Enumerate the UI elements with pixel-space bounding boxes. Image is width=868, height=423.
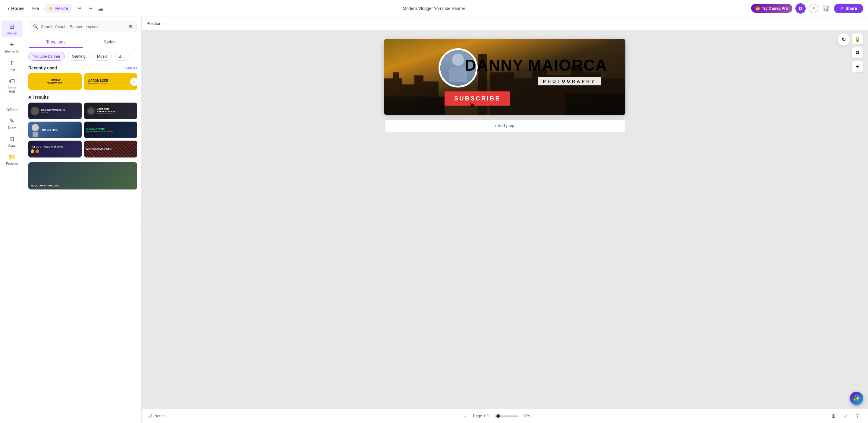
see-all-button[interactable]: See all xyxy=(125,66,137,70)
resize-button[interactable]: ⭐ Resize xyxy=(44,4,72,13)
notes-label: Notes xyxy=(154,414,164,418)
copy-button[interactable]: ⧉ xyxy=(852,47,863,59)
topbar: ‹ Home File ⭐ Resize ↩ ↪ ☁ Modern Vlogge… xyxy=(0,0,868,17)
notes-button[interactable]: 📝 Notes xyxy=(148,414,164,418)
tab-styles[interactable]: Styles xyxy=(83,36,137,48)
position-bar: Position xyxy=(142,17,868,30)
search-area: 🔍 ⚙ xyxy=(24,17,141,36)
tag-gaming[interactable]: Gaming xyxy=(67,52,90,61)
rotate-button[interactable]: ↻ xyxy=(837,33,850,46)
tag-music[interactable]: Music xyxy=(93,52,112,61)
notes-icon: 📝 xyxy=(148,414,153,418)
add-collaborator-button[interactable]: + xyxy=(809,4,818,13)
bottombar-center: ⌄ Page 1 / 1 27% xyxy=(460,412,533,421)
help-button[interactable]: ? xyxy=(853,412,862,421)
ai-sparkle-icon: ✨ xyxy=(853,395,861,402)
grid-view-button[interactable]: ⊞ xyxy=(829,412,838,421)
nav-label-text: Text xyxy=(9,68,15,72)
nav-label-elements: Elements xyxy=(5,50,19,53)
resize-label: Resize xyxy=(55,6,68,11)
recent-template-1[interactable]: LIFTINGTOGETHER xyxy=(28,73,82,90)
nav-item-brand[interactable]: 🏷 Brand Hub xyxy=(1,76,23,96)
tag-youtube-banner[interactable]: Youtube banner xyxy=(28,52,65,61)
bottombar-right: ⊞ ⤢ ? xyxy=(829,412,862,421)
template-card-7[interactable]: MOUNTAIN LANDSCAPE xyxy=(28,162,137,190)
recently-used-title: Recently used xyxy=(28,65,57,70)
nav-item-projects[interactable]: 📁 Projects xyxy=(1,151,23,168)
hide-panel-button[interactable]: ‹ xyxy=(138,214,142,226)
sidebar-tabs: Templates Styles xyxy=(24,36,141,48)
ai-assistant-button[interactable]: ✨ xyxy=(850,392,863,405)
nav-item-elements[interactable]: ✦ Elements xyxy=(1,38,23,56)
template-card-5[interactable]: RUFUS STRIKES AND WINS xyxy=(28,141,82,157)
undo-button[interactable]: ↩ xyxy=(74,4,84,13)
apps-icon: ⊞ xyxy=(9,135,14,142)
home-button[interactable]: ‹ Home xyxy=(5,4,27,13)
sidebar-content: Youtube banner Gaming Music B... Recentl… xyxy=(24,48,141,423)
add-page-button[interactable]: + Add page xyxy=(384,119,625,132)
topbar-right: 👑 Try Canva Pro D + 📊 ↗ Share xyxy=(579,3,863,13)
bottombar: 📝 Notes ⌄ Page 1 / 1 27% ⊞ ⤢ ? xyxy=(142,408,868,423)
template-card-6[interactable]: MORGAN MAXWELL xyxy=(84,141,137,157)
main-layout: ⊞ Design ✦ Elements T Text 🏷 Brand Hub ↑… xyxy=(0,17,868,423)
position-label: Position xyxy=(147,21,161,26)
recent-template-2[interactable]: AARON LOEB family video reaction xyxy=(84,73,137,90)
all-results-header: All results xyxy=(28,95,137,100)
zoom-level: 27% xyxy=(522,414,533,418)
redo-button[interactable]: ↪ xyxy=(85,4,95,13)
share-label: Share xyxy=(845,6,857,11)
star-icon: ⭐ xyxy=(48,6,53,11)
share-button[interactable]: ↗ Share xyxy=(834,4,863,13)
undo-redo-group: ↩ ↪ xyxy=(74,4,95,13)
sidebar-panel: 🔍 ⚙ Templates Styles Youtube banner Gami… xyxy=(24,17,142,423)
tag-more[interactable]: B... xyxy=(114,52,129,61)
canvas-frame: DANNY MAIORCA PHOTOGRAPHY SUBSCRIBE 🖱 xyxy=(384,39,625,115)
ai-rotate-button-area: ↻ xyxy=(837,33,850,46)
home-label: Home xyxy=(11,6,24,11)
template-card-4[interactable]: GAMING TIME new smart episode every mond… xyxy=(84,121,137,138)
nav-item-uploads[interactable]: ↑ Uploads xyxy=(1,97,23,113)
nav-label-uploads: Uploads xyxy=(6,107,18,111)
fullscreen-button[interactable]: ⤢ xyxy=(841,412,850,421)
cursor-hand-icon: 🖱 xyxy=(469,102,475,109)
brand-icon: 🏷 xyxy=(9,78,15,85)
search-box-container: 🔍 ⚙ xyxy=(29,21,136,32)
title-text: Modern Vlogger YouTube Banner xyxy=(403,6,465,11)
uploads-icon: ↑ xyxy=(10,99,13,106)
canvas-subtitle-text: PHOTOGRAPHY xyxy=(538,77,601,85)
bottombar-left: 📝 Notes xyxy=(148,414,164,418)
template-card-2[interactable]: JAZZ FOR CHEAP NOODLES Background music … xyxy=(84,103,137,119)
nav-item-design[interactable]: ⊞ Design xyxy=(1,21,23,37)
recently-used-header: Recently used See all xyxy=(28,65,137,70)
search-input[interactable] xyxy=(41,24,126,29)
share-icon: ↗ xyxy=(840,6,844,11)
tab-templates[interactable]: Templates xyxy=(29,36,83,48)
lock-button[interactable]: 🔒 xyxy=(852,33,863,45)
projects-icon: 📁 xyxy=(8,153,16,161)
avatar[interactable]: D xyxy=(795,3,806,13)
nav-label-projects: Projects xyxy=(6,162,18,165)
filter-button[interactable]: ⚙ xyxy=(128,24,133,30)
svg-rect-15 xyxy=(565,93,625,115)
canvas-subscribe-button: SUBSCRIBE xyxy=(444,91,510,106)
canva-pro-button[interactable]: 👑 Try Canva Pro xyxy=(751,4,792,13)
svg-rect-1 xyxy=(393,73,399,79)
zoom-slider[interactable] xyxy=(495,416,519,417)
add-button[interactable]: + xyxy=(852,61,863,73)
template-grid: GAMING WITH JOHN let's play JAZZ FOR CHE… xyxy=(28,103,137,157)
svg-rect-9 xyxy=(532,69,547,115)
carousel-next-button[interactable]: › xyxy=(130,78,138,86)
nav-item-text[interactable]: T Text xyxy=(1,57,23,74)
toggle-pages-button[interactable]: ⌄ xyxy=(460,412,469,421)
nav-item-apps[interactable]: ⊞ Apps xyxy=(1,133,23,150)
page-info: Page 1 / 1 xyxy=(473,414,491,418)
template-card-3[interactable]: TIM ASHTON xyxy=(28,121,82,138)
draw-icon: ✎ xyxy=(9,117,14,124)
nav-item-draw[interactable]: ✎ Draw xyxy=(1,115,23,132)
canva-pro-label: Try Canva Pro xyxy=(762,6,788,10)
file-button[interactable]: File xyxy=(29,4,42,13)
analytics-button[interactable]: 📊 xyxy=(821,4,831,13)
cloud-save-button[interactable]: ☁ xyxy=(97,5,103,12)
template-card-1[interactable]: GAMING WITH JOHN let's play xyxy=(28,103,82,119)
canvas-viewport[interactable]: DANNY MAIORCA PHOTOGRAPHY SUBSCRIBE 🖱 + … xyxy=(142,30,868,408)
